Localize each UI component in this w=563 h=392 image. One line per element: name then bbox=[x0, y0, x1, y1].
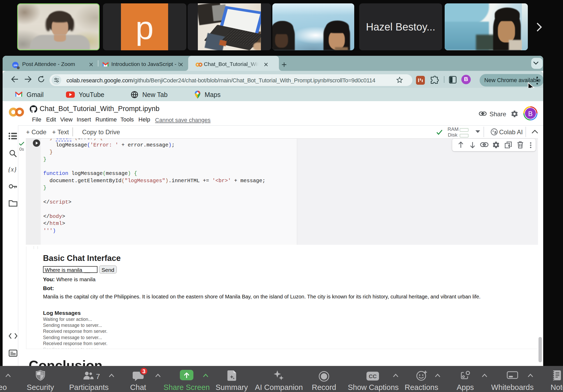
svg-text:zm: zm bbox=[14, 64, 17, 67]
